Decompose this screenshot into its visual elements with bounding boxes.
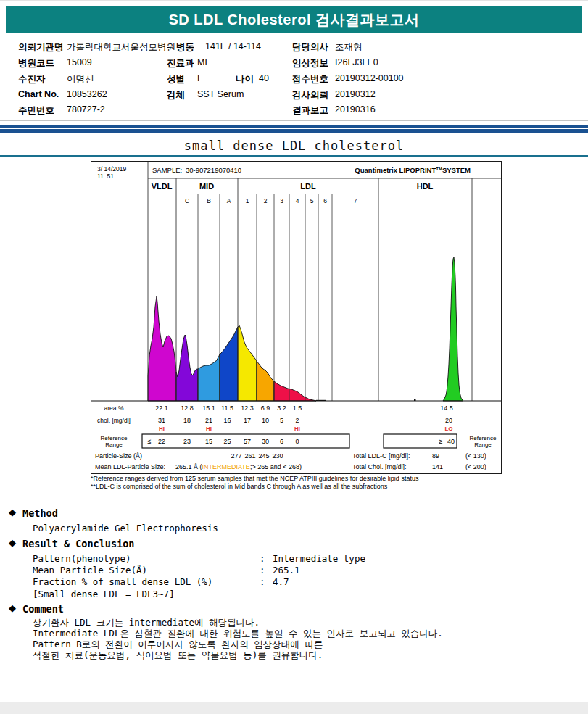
ref-vldl: 22 bbox=[158, 438, 165, 445]
sub-ldl-7: 7 bbox=[354, 197, 357, 204]
sub-ldl-4: 4 bbox=[296, 197, 299, 204]
chol-ldl2: 10 bbox=[262, 417, 269, 424]
lipoprint-chart-frame: 3/ 14/2019 11: 51 SAMPLE: 30-90721907041… bbox=[91, 161, 502, 474]
lipoprint-chart: 3/ 14/2019 11: 51 SAMPLE: 30-90721907041… bbox=[91, 162, 501, 473]
diamond-icon: ◆ bbox=[9, 507, 16, 518]
result-section-title: Result & Conclusion bbox=[22, 538, 134, 549]
doctor-label: 담당의사 bbox=[292, 41, 328, 54]
total-chol-ref: (< 200) bbox=[465, 463, 486, 470]
age-label: 나이 bbox=[236, 73, 254, 86]
report-date-label: 결과보고 bbox=[292, 104, 328, 117]
sub-mid-b: B bbox=[207, 197, 211, 204]
ref-range-box-hdl bbox=[384, 434, 457, 448]
sub-mid-a: A bbox=[227, 197, 231, 204]
psize-ldl3: 245 bbox=[258, 452, 269, 460]
area-hdl: 14.5 bbox=[440, 404, 453, 412]
chol-hdl: 20 bbox=[445, 417, 452, 424]
footnote-2: **LDL-C is comprised of the sum of chole… bbox=[91, 483, 526, 490]
ref-ge-symbol: ≥ bbox=[439, 438, 443, 445]
area-row-label: area.% bbox=[104, 404, 124, 412]
report-date-value: 20190316 bbox=[335, 104, 376, 115]
chol-mid-b: 21 bbox=[205, 417, 212, 424]
psize-ldl4: 230 bbox=[272, 452, 283, 460]
age-value: 40 bbox=[259, 73, 269, 83]
mean-value: 265.1 Å ( bbox=[175, 463, 202, 470]
flag-hi-vldl: HI bbox=[159, 426, 165, 432]
band-mid-b-fill bbox=[198, 354, 220, 401]
total-chol-label: Total Chol. [mg/dl]: bbox=[352, 463, 407, 470]
ref-mid-b: 15 bbox=[205, 438, 212, 445]
request-date-value: 20190312 bbox=[335, 89, 376, 99]
ward-label: 병동 bbox=[176, 41, 194, 54]
band-ldl2-fill bbox=[257, 361, 274, 401]
teal-rule bbox=[0, 155, 588, 157]
lane-mid: MID bbox=[199, 182, 214, 191]
specimen-label: 검체 bbox=[167, 89, 185, 101]
sample-label: SAMPLE: bbox=[152, 166, 182, 174]
area-ldl3: 3.2 bbox=[277, 404, 286, 412]
sub-ldl-3: 3 bbox=[280, 197, 283, 204]
resident-no-label: 주민번호 bbox=[18, 104, 54, 117]
chol-mid-a: 16 bbox=[223, 417, 231, 424]
sex-label: 성별 bbox=[167, 73, 185, 86]
patient-name-value: 이명신 bbox=[67, 73, 94, 86]
ward-value: 141F / 14-114 bbox=[205, 41, 261, 51]
info-divider-line bbox=[0, 120, 588, 121]
report-title: SD LDL Cholesterol 검사결과보고서 bbox=[169, 12, 420, 28]
area-vldl: 22.1 bbox=[155, 404, 168, 412]
ref-ldl1: 57 bbox=[244, 438, 251, 445]
ref-ldl2: 30 bbox=[262, 438, 269, 445]
patient-name-label: 수진자 bbox=[18, 73, 46, 86]
ref-range-label-left-1: Reference bbox=[101, 435, 128, 441]
ref-range-label-left-2: Range bbox=[105, 441, 123, 448]
ref-ldl3: 6 bbox=[280, 438, 283, 445]
mean-particle-size: Mean LDL-Particle Size:265.1 Å (INTERMED… bbox=[95, 463, 302, 470]
method-body: Polyacrylamide Gel Electrophoresis bbox=[33, 523, 218, 534]
doctor-value: 조재형 bbox=[335, 41, 363, 54]
band-ldl1-fill bbox=[238, 325, 257, 401]
chol-vldl: 31 bbox=[158, 417, 165, 424]
sex-value: F bbox=[197, 73, 203, 83]
particle-size-label: Particle-Size (Å) bbox=[95, 452, 142, 460]
scan-date: 3/ 14/2019 bbox=[97, 165, 126, 173]
diamond-icon: ◆ bbox=[9, 537, 16, 548]
org-label: 의뢰기관명 bbox=[18, 41, 64, 54]
band-mid-a-fill bbox=[220, 327, 238, 401]
specimen-value: SST Serum bbox=[197, 89, 244, 99]
ref-le-symbol: ≤ bbox=[148, 438, 152, 445]
area-ldl1: 12.3 bbox=[241, 404, 254, 412]
page-title: small dense LDL cholesterol bbox=[0, 138, 588, 153]
total-chol: Total Chol. [mg/dl]:141(< 200) bbox=[352, 463, 486, 470]
lane-hdl: HDL bbox=[417, 182, 434, 191]
result-row-colon: : bbox=[260, 576, 265, 587]
chol-ldl1: 17 bbox=[244, 417, 251, 424]
dept-label: 진료과 bbox=[167, 57, 194, 70]
band-vldl-fill bbox=[148, 296, 176, 401]
accession-value: 20190312-00100 bbox=[335, 73, 404, 83]
result-row-value: 265.1 bbox=[273, 565, 300, 576]
area-mid-c: 12.8 bbox=[181, 404, 194, 412]
total-ldl-c: Total LDL-C [mg/dl]:89(< 130) bbox=[352, 452, 486, 460]
brand-part1: Quantimetrix LIPOPRINT bbox=[355, 166, 436, 174]
top-edge-strip bbox=[0, 0, 588, 1]
hosp-code-label: 병원코드 bbox=[18, 57, 54, 70]
mean-range-note: ;> 265 and < 268) bbox=[250, 463, 302, 470]
accession-label: 접수번호 bbox=[292, 73, 328, 86]
clinical-label: 임상정보 bbox=[292, 57, 328, 70]
bottom-edge-strip bbox=[0, 702, 588, 714]
lane-ldl: LDL bbox=[300, 182, 316, 191]
result-row-label: Mean Particle Size(Å) bbox=[33, 565, 147, 576]
area-mid-b: 15.1 bbox=[202, 404, 215, 412]
area-mid-a: 11.5 bbox=[221, 404, 233, 412]
request-date-label: 검사의뢰 bbox=[292, 89, 328, 101]
comment-section-title: Comment bbox=[22, 603, 64, 615]
scan-time: 11: 51 bbox=[97, 173, 114, 180]
ref-range-label-right-1: Reference bbox=[470, 435, 497, 441]
flag-hi-mid-b: HI bbox=[206, 426, 212, 432]
navy-bar-thick bbox=[0, 129, 588, 133]
ref-range-label-right-2: Range bbox=[474, 441, 492, 448]
clinical-value: I26LJ3LE0 bbox=[335, 57, 378, 67]
dept-value: ME bbox=[197, 57, 211, 67]
result-note: [Small dense LDL = LDL3~7] bbox=[33, 589, 175, 599]
chol-row-label: chol. [mg/dl] bbox=[97, 417, 131, 424]
